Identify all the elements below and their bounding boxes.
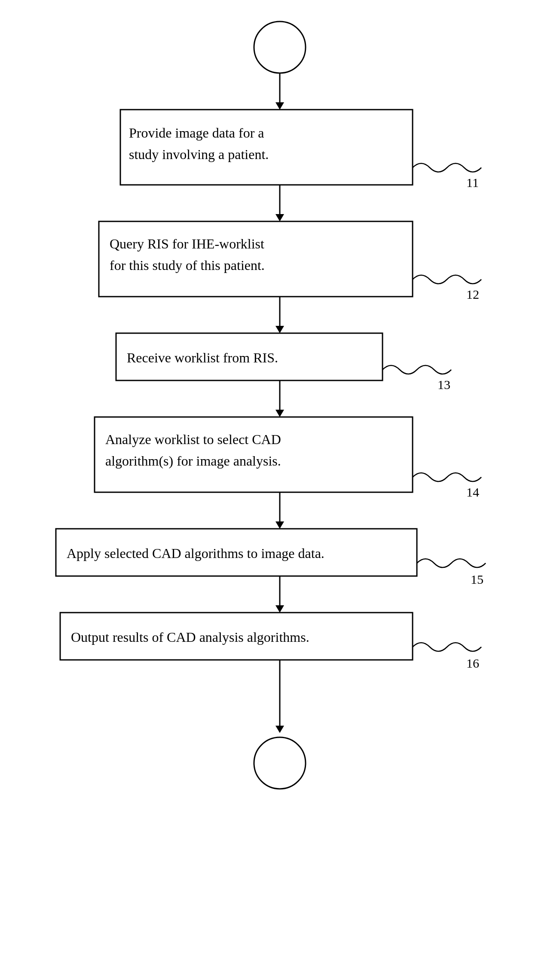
wavy-12 bbox=[413, 275, 481, 284]
wavy-14 bbox=[413, 473, 481, 481]
wavy-16 bbox=[413, 643, 481, 651]
ref-15: 15 bbox=[471, 572, 483, 586]
arrowhead-5 bbox=[275, 521, 284, 529]
step5-text: Apply selected CAD algorithms to image d… bbox=[67, 546, 324, 561]
ref-12: 12 bbox=[466, 287, 479, 301]
ref-11: 11 bbox=[466, 175, 479, 190]
step6-text: Output results of CAD analysis algorithm… bbox=[71, 629, 309, 645]
diagram-container: Provide image data for a study involving… bbox=[0, 0, 560, 975]
ref-16: 16 bbox=[466, 656, 479, 670]
step3-text: Receive worklist from RIS. bbox=[127, 350, 278, 365]
wavy-13 bbox=[383, 365, 451, 374]
arrowhead-2 bbox=[275, 214, 284, 221]
ref-14: 14 bbox=[466, 485, 479, 499]
arrowhead-6 bbox=[275, 605, 284, 613]
wavy-15 bbox=[417, 559, 486, 567]
arrowhead-7 bbox=[275, 726, 284, 733]
flowchart-svg: Provide image data for a study involving… bbox=[0, 0, 560, 975]
arrowhead-1 bbox=[275, 102, 284, 110]
start-circle bbox=[254, 21, 306, 73]
arrowhead-3 bbox=[275, 326, 284, 333]
ref-13: 13 bbox=[438, 377, 450, 392]
wavy-11 bbox=[413, 163, 481, 172]
end-circle bbox=[254, 737, 306, 789]
arrowhead-4 bbox=[275, 410, 284, 417]
